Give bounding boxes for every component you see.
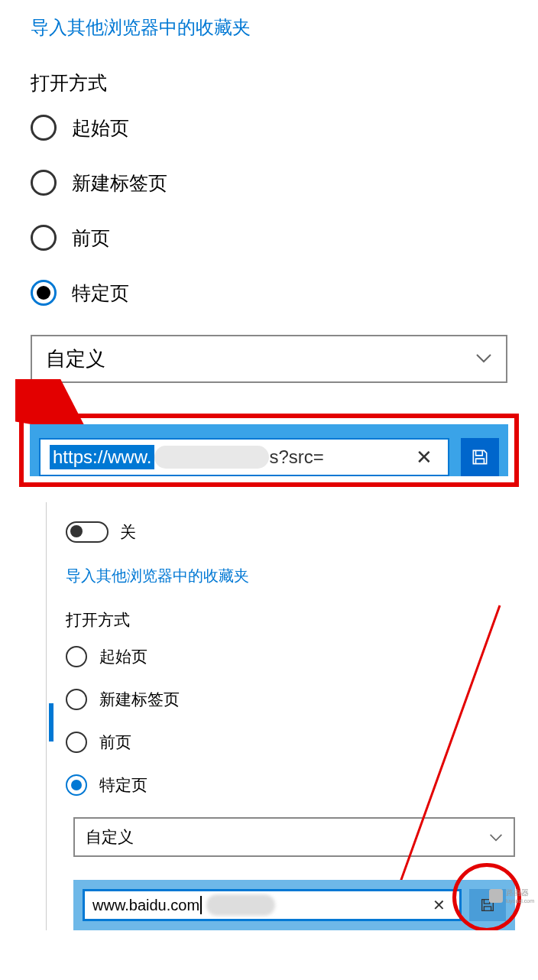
radio-label: 新建标签页	[72, 170, 167, 196]
radio-previous-page[interactable]: 前页	[66, 732, 523, 753]
save-icon	[470, 447, 490, 467]
radio-label: 起始页	[72, 115, 129, 141]
url-value: www.baidu.com	[92, 897, 199, 914]
radio-specific-page[interactable]: 特定页	[31, 280, 507, 306]
url-entry-highlighted: https://www. s?src= ✕	[19, 414, 519, 487]
url-entry-row: www.baidu.com ✕	[73, 880, 515, 930]
watermark-icon	[489, 889, 503, 903]
radio-label: 特定页	[72, 281, 129, 306]
toggle-label: 关	[120, 521, 136, 543]
custom-dropdown[interactable]: 自定义	[73, 817, 515, 857]
url-text-selected: https://www.	[50, 445, 154, 469]
radio-icon	[31, 115, 57, 141]
radio-previous-page[interactable]: 前页	[31, 225, 507, 251]
text-cursor	[200, 896, 202, 914]
open-with-radio-group: 起始页 新建标签页 前页 特定页	[66, 646, 523, 796]
radio-label: 前页	[99, 732, 131, 753]
open-with-title: 打开方式	[66, 609, 523, 631]
clear-icon[interactable]: ✕	[410, 446, 439, 469]
chevron-down-icon	[489, 829, 503, 846]
radio-icon	[66, 646, 87, 667]
toggle-row: 关	[66, 521, 523, 543]
settings-panel-1: 导入其他浏览器中的收藏夹 打开方式 起始页 新建标签页 前页 特定页 自定义	[0, 0, 538, 502]
dropdown-value: 自定义	[46, 346, 105, 372]
radio-start-page[interactable]: 起始页	[66, 646, 523, 667]
redacted-area	[206, 894, 275, 916]
clear-icon[interactable]: ✕	[426, 896, 452, 914]
radio-specific-page[interactable]: 特定页	[66, 774, 523, 796]
dropdown-value: 自定义	[86, 826, 134, 848]
radio-icon	[66, 732, 87, 753]
radio-new-tab[interactable]: 新建标签页	[66, 689, 523, 710]
save-button[interactable]	[461, 438, 499, 476]
chevron-down-icon	[475, 350, 492, 368]
radio-icon	[31, 170, 57, 196]
open-with-radio-group: 起始页 新建标签页 前页 特定页	[31, 115, 507, 306]
url-text: s?src=	[269, 446, 323, 468]
custom-dropdown[interactable]: 自定义	[31, 335, 507, 383]
radio-start-page[interactable]: 起始页	[31, 115, 507, 141]
radio-icon-selected	[66, 774, 87, 796]
url-input[interactable]: https://www. s?src= ✕	[39, 438, 449, 476]
toggle-switch[interactable]	[66, 521, 109, 543]
radio-new-tab[interactable]: 新建标签页	[31, 170, 507, 196]
watermark-text: 路由器	[506, 888, 534, 898]
import-favorites-link[interactable]: 导入其他浏览器中的收藏夹	[66, 566, 523, 586]
radio-icon-selected	[31, 280, 57, 306]
url-input[interactable]: www.baidu.com ✕	[83, 889, 462, 921]
radio-label: 特定页	[99, 774, 147, 796]
radio-icon	[31, 225, 57, 251]
radio-label: 前页	[72, 226, 110, 251]
watermark: 路由器 luyouqi.com	[489, 888, 534, 904]
watermark-sub: luyouqi.com	[506, 898, 534, 904]
radio-label: 起始页	[99, 646, 147, 667]
import-favorites-link[interactable]: 导入其他浏览器中的收藏夹	[31, 15, 507, 40]
settings-panel-2: 关 导入其他浏览器中的收藏夹 打开方式 起始页 新建标签页 前页 特定页 自定义	[46, 502, 538, 930]
redacted-area	[154, 446, 269, 469]
open-with-title: 打开方式	[31, 70, 507, 96]
radio-label: 新建标签页	[99, 689, 180, 710]
radio-icon	[66, 689, 87, 710]
